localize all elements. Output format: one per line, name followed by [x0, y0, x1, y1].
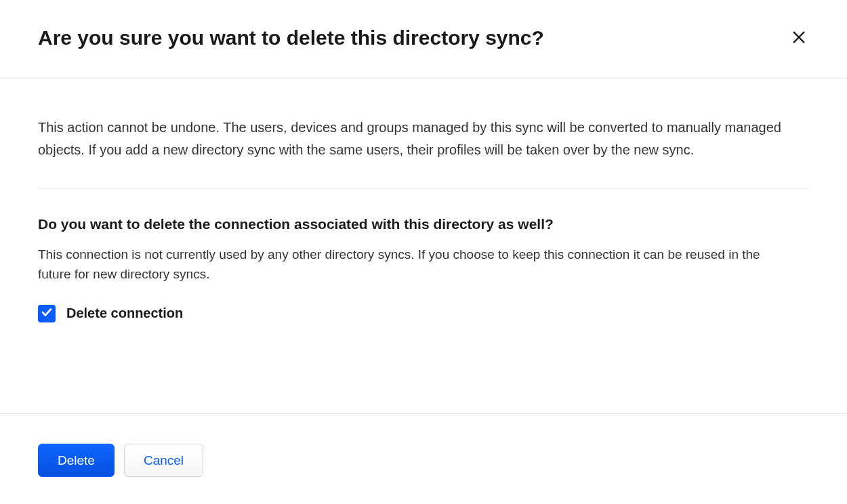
delete-directory-sync-dialog: Are you sure you want to delete this dir…	[0, 0, 847, 504]
delete-button[interactable]: Delete	[38, 444, 115, 477]
divider	[38, 188, 809, 189]
cancel-button[interactable]: Cancel	[124, 444, 203, 477]
dialog-footer: Delete Cancel	[0, 413, 847, 504]
delete-connection-checkbox[interactable]	[38, 305, 56, 322]
delete-connection-description: This connection is not currently used by…	[38, 245, 783, 285]
delete-connection-checkbox-row: Delete connection	[38, 305, 809, 322]
close-icon	[791, 30, 806, 47]
dialog-description: This action cannot be undone. The users,…	[38, 117, 783, 161]
checkmark-icon	[41, 306, 53, 321]
dialog-header: Are you sure you want to delete this dir…	[0, 0, 847, 79]
dialog-body: This action cannot be undone. The users,…	[0, 79, 847, 413]
close-button[interactable]	[789, 27, 809, 49]
delete-connection-heading: Do you want to delete the connection ass…	[38, 216, 809, 232]
dialog-title: Are you sure you want to delete this dir…	[38, 24, 544, 51]
delete-connection-checkbox-label[interactable]: Delete connection	[66, 306, 183, 321]
